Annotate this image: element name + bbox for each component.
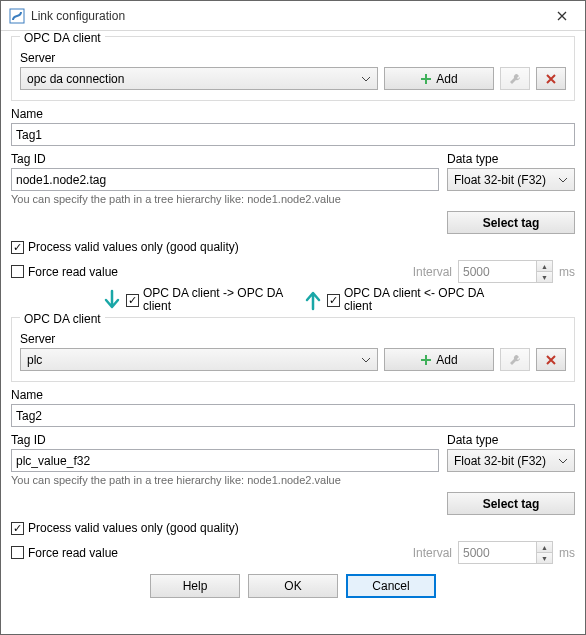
client1-server-value: opc da connection [27, 72, 124, 86]
client1-add-button[interactable]: Add [384, 67, 494, 90]
ok-button-label: OK [284, 579, 301, 593]
direction-down-label: OPC DA client -> OPC DA client [143, 287, 283, 313]
client1-select-tag-button[interactable]: Select tag [447, 211, 575, 234]
client1-interval-unit: ms [559, 265, 575, 279]
client1-force-read-row[interactable]: Force read value [11, 265, 118, 279]
arrow-down-icon [102, 289, 122, 311]
checkbox-unchecked-icon [11, 546, 24, 559]
client2-interval-unit: ms [559, 546, 575, 560]
client1-interval-label: Interval [413, 265, 452, 279]
client1-settings-button[interactable] [500, 67, 530, 90]
client2-interval-input [458, 541, 536, 564]
client2-select-tag-label: Select tag [483, 497, 540, 511]
client2-datatype-label: Data type [447, 433, 575, 447]
client2-add-button[interactable]: Add [384, 348, 494, 371]
titlebar: Link configuration [1, 1, 585, 31]
spinner-up-icon[interactable]: ▲ [537, 542, 552, 553]
direction-up-checkbox[interactable] [327, 294, 340, 307]
client1-interval-spinner[interactable]: ▲ ▼ [458, 260, 553, 283]
client1-delete-button[interactable] [536, 67, 566, 90]
close-icon [557, 11, 567, 21]
chevron-down-icon [361, 76, 371, 82]
client1-datatype-label: Data type [447, 152, 575, 166]
client2-name-input[interactable] [11, 404, 575, 427]
client2-tagid-input[interactable] [11, 449, 439, 472]
client2-select-tag-button[interactable]: Select tag [447, 492, 575, 515]
client1-force-read-label: Force read value [28, 265, 118, 279]
client1-tagid-label: Tag ID [11, 152, 439, 166]
client2-server-combo[interactable]: plc [20, 348, 378, 371]
chevron-down-icon [558, 177, 568, 183]
delete-icon [546, 74, 556, 84]
spinner-down-icon[interactable]: ▼ [537, 553, 552, 563]
client1-server-label: Server [20, 51, 566, 65]
direction-up-label: OPC DA client <- OPC DA client [344, 287, 484, 313]
client1-server-combo[interactable]: opc da connection [20, 67, 378, 90]
client1-select-tag-label: Select tag [483, 216, 540, 230]
client2-add-label: Add [436, 353, 457, 367]
spinner-up-icon[interactable]: ▲ [537, 261, 552, 272]
client2-name-label: Name [11, 388, 575, 402]
client2-force-read-row[interactable]: Force read value [11, 546, 118, 560]
chevron-down-icon [361, 357, 371, 363]
wrench-icon [508, 72, 522, 86]
spinner-down-icon[interactable]: ▼ [537, 272, 552, 282]
client1-add-label: Add [436, 72, 457, 86]
client1-name-label: Name [11, 107, 575, 121]
plus-icon [420, 73, 432, 85]
checkbox-checked-icon [11, 522, 24, 535]
client2-group: OPC DA client Server plc Add [11, 317, 575, 382]
client2-server-value: plc [27, 353, 42, 367]
client2-settings-button[interactable] [500, 348, 530, 371]
plus-icon [420, 354, 432, 366]
client2-group-title: OPC DA client [20, 312, 105, 326]
cancel-button[interactable]: Cancel [346, 574, 436, 598]
client1-hint: You can specify the path in a tree hiera… [11, 193, 575, 205]
arrow-up-icon [303, 289, 323, 311]
ok-button[interactable]: OK [248, 574, 338, 598]
delete-icon [546, 355, 556, 365]
wrench-icon [508, 353, 522, 367]
client2-process-valid-row[interactable]: Process valid values only (good quality) [11, 521, 575, 535]
app-icon [9, 8, 25, 24]
client2-tagid-label: Tag ID [11, 433, 439, 447]
client2-delete-button[interactable] [536, 348, 566, 371]
client1-process-valid-label: Process valid values only (good quality) [28, 240, 239, 254]
help-button-label: Help [183, 579, 208, 593]
checkbox-unchecked-icon [11, 265, 24, 278]
direction-down-checkbox[interactable] [126, 294, 139, 307]
checkbox-checked-icon [11, 241, 24, 254]
client2-hint: You can specify the path in a tree hiera… [11, 474, 575, 486]
client2-force-read-label: Force read value [28, 546, 118, 560]
window-title: Link configuration [31, 9, 539, 23]
client2-process-valid-label: Process valid values only (good quality) [28, 521, 239, 535]
client1-process-valid-row[interactable]: Process valid values only (good quality) [11, 240, 575, 254]
client2-datatype-value: Float 32-bit (F32) [454, 454, 546, 468]
help-button[interactable]: Help [150, 574, 240, 598]
close-button[interactable] [539, 1, 585, 31]
client1-datatype-value: Float 32-bit (F32) [454, 173, 546, 187]
client1-group-title: OPC DA client [20, 31, 105, 45]
client2-interval-label: Interval [413, 546, 452, 560]
client2-datatype-combo[interactable]: Float 32-bit (F32) [447, 449, 575, 472]
client1-tagid-input[interactable] [11, 168, 439, 191]
chevron-down-icon [558, 458, 568, 464]
client2-interval-spinner[interactable]: ▲ ▼ [458, 541, 553, 564]
client1-name-input[interactable] [11, 123, 575, 146]
client2-server-label: Server [20, 332, 566, 346]
client1-datatype-combo[interactable]: Float 32-bit (F32) [447, 168, 575, 191]
client1-interval-input [458, 260, 536, 283]
cancel-button-label: Cancel [372, 579, 409, 593]
client1-group: OPC DA client Server opc da connection A… [11, 36, 575, 101]
